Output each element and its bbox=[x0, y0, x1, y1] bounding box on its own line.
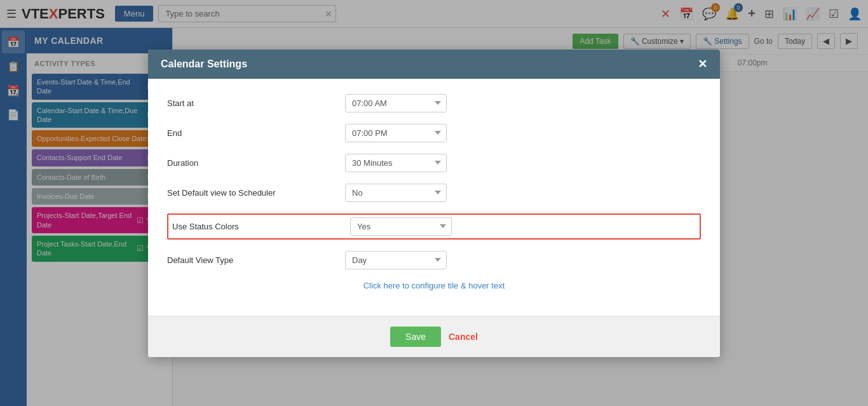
start-at-label: Start at bbox=[167, 98, 345, 108]
end-label: End bbox=[167, 128, 345, 138]
form-row-end: End 07:00 PM 05:00 PM 06:00 PM bbox=[167, 124, 701, 142]
use-status-colors-label: Use Status Colors bbox=[172, 222, 350, 231]
form-row-view-type: Default View Type Day Week Month bbox=[167, 251, 701, 269]
start-at-select[interactable]: 07:00 AM 06:00 AM 08:00 AM bbox=[345, 94, 447, 112]
modal-close-button[interactable]: ✕ bbox=[698, 58, 707, 70]
calendar-settings-modal: Calendar Settings ✕ Start at 07:00 AM 06… bbox=[148, 50, 720, 357]
view-type-select[interactable]: Day Week Month bbox=[345, 251, 447, 269]
scheduler-label: Set Default view to Scheduler bbox=[167, 188, 345, 198]
use-status-colors-select[interactable]: Yes No bbox=[350, 217, 452, 236]
form-row-start-at: Start at 07:00 AM 06:00 AM 08:00 AM bbox=[167, 94, 701, 112]
configure-tile-link[interactable]: Click here to configure tile & hover tex… bbox=[167, 281, 701, 290]
modal-header: Calendar Settings ✕ bbox=[148, 50, 720, 79]
scheduler-select[interactable]: No Yes bbox=[345, 184, 447, 202]
form-row-use-status-colors: Use Status Colors Yes No bbox=[167, 213, 701, 240]
modal-footer: Save Cancel bbox=[148, 316, 720, 357]
modal-overlay: Calendar Settings ✕ Start at 07:00 AM 06… bbox=[0, 0, 868, 406]
save-button[interactable]: Save bbox=[390, 327, 441, 347]
form-row-scheduler: Set Default view to Scheduler No Yes bbox=[167, 184, 701, 202]
duration-select[interactable]: 30 Minutes 15 Minutes 60 Minutes bbox=[345, 154, 447, 172]
end-select[interactable]: 07:00 PM 05:00 PM 06:00 PM bbox=[345, 124, 447, 142]
form-row-duration: Duration 30 Minutes 15 Minutes 60 Minute… bbox=[167, 154, 701, 172]
view-type-label: Default View Type bbox=[167, 255, 345, 265]
modal-body: Start at 07:00 AM 06:00 AM 08:00 AM End … bbox=[148, 79, 720, 316]
modal-title: Calendar Settings bbox=[161, 58, 247, 70]
cancel-button[interactable]: Cancel bbox=[449, 332, 478, 342]
duration-label: Duration bbox=[167, 158, 345, 168]
